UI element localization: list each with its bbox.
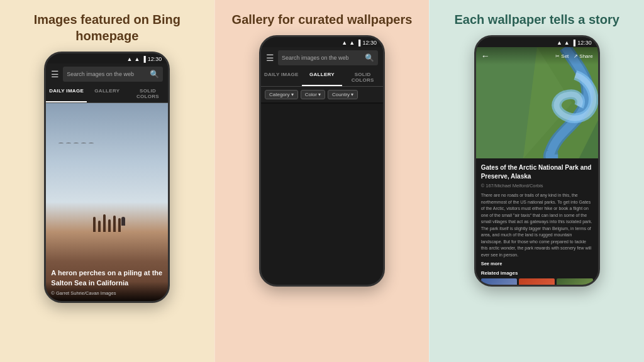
- pier-post-4: [108, 219, 111, 232]
- bird-4: [81, 143, 86, 145]
- search-bar-2[interactable]: Search images on the web 🔍: [278, 50, 378, 65]
- panel-1-title: Images featured on Bing homepage: [6, 11, 208, 44]
- status-icons-2: ▲ ▲ ▐ 12:30: [341, 40, 377, 46]
- status-bar-1: ▲ ▲ ▐ 12:30: [46, 53, 168, 63]
- search-icon-1[interactable]: 🔍: [150, 70, 159, 79]
- gallery-grid: Early snowfall near Fairbanks, Alaska © …: [261, 102, 383, 104]
- panel-2-title: Gallery for curated wallpapers: [232, 11, 413, 28]
- share-label: Share: [579, 53, 592, 59]
- pier-decoration: [93, 214, 121, 232]
- heron-decoration: [121, 217, 125, 226]
- signal-icon-3: ▲: [557, 40, 562, 46]
- tab-gallery-2[interactable]: GALLERY: [302, 69, 343, 86]
- hamburger-icon-2[interactable]: ☰: [266, 53, 274, 63]
- pier-post-3: [103, 214, 106, 232]
- daily-credit: © Garret Suhrie/Cavan Images: [51, 290, 163, 296]
- pier-post-1: [93, 217, 96, 232]
- status-bar-3: ▲ ▲ ▐ 12:30: [476, 37, 598, 47]
- share-action[interactable]: ↗ Share: [574, 53, 592, 59]
- phone-2: ▲ ▲ ▐ 12:30 ☰ Search images on the web 🔍…: [259, 35, 385, 287]
- wifi-icon-2: ▲: [349, 40, 355, 46]
- wifi-icon-3: ▲: [564, 40, 570, 46]
- wallpaper-hero: ← ✂ Set ↗ Share: [476, 47, 598, 158]
- birds-decoration: [58, 143, 94, 145]
- pier-post-6: [118, 218, 121, 232]
- search-placeholder-1: Search images on the web: [67, 71, 134, 77]
- filter-category[interactable]: Category ▾: [265, 90, 298, 99]
- bird-3: [74, 143, 79, 145]
- wifi-icon: ▲: [134, 56, 140, 62]
- related-images-grid: [481, 278, 593, 285]
- status-time-3: 12:30: [577, 40, 592, 46]
- tab-gallery-1[interactable]: GALLERY: [87, 85, 128, 102]
- related-image-2[interactable]: [519, 278, 555, 285]
- phone-1: ▲ ▲ ▐ 12:30 ☰ Search images on the web 🔍…: [44, 52, 170, 303]
- status-time-1: 12:30: [148, 56, 162, 62]
- status-bar-2: ▲ ▲ ▐ 12:30: [261, 37, 383, 47]
- filter-country[interactable]: Country ▾: [328, 90, 358, 99]
- signal-icon-2: ▲: [341, 40, 347, 46]
- wallpaper-description: There are no roads or trails of any kind…: [481, 192, 593, 258]
- status-icons-3: ▲ ▲ ▐ 12:30: [557, 40, 592, 46]
- wallpaper-info: Gates of the Arctic National Park and Pr…: [476, 158, 598, 285]
- search-bar-1[interactable]: Search images on the web 🔍: [63, 67, 163, 82]
- tabs-1: DAILY IMAGE GALLERY SOLID COLORS: [46, 85, 168, 103]
- related-image-3[interactable]: [557, 278, 592, 285]
- search-placeholder-2: Search images on the web: [282, 55, 349, 61]
- phone-3: ▲ ▲ ▐ 12:30 ←: [474, 35, 600, 287]
- wallpaper-title: Gates of the Arctic National Park and Pr…: [481, 163, 593, 181]
- see-more-link[interactable]: See more: [481, 261, 593, 266]
- battery-icon: ▐: [142, 56, 145, 62]
- battery-icon-3: ▐: [572, 40, 575, 46]
- panel-daily-image: Images featured on Bing homepage ▲ ▲ ▐ 1…: [0, 0, 214, 362]
- hamburger-icon-1[interactable]: ☰: [51, 69, 59, 79]
- related-images-title: Related images: [481, 270, 593, 276]
- pier-post-5: [113, 216, 116, 232]
- panel-wallpaper-story: Each wallpaper tells a story ▲ ▲ ▐ 12:30: [429, 0, 644, 362]
- battery-icon-2: ▐: [357, 40, 360, 46]
- tab-solid-colors-2[interactable]: SOLID COLORS: [342, 69, 383, 86]
- bird-2: [66, 143, 71, 145]
- toolbar-2: ☰ Search images on the web 🔍: [261, 47, 383, 69]
- daily-image-bg: A heron perches on a piling at the Salto…: [46, 103, 168, 301]
- toolbar-1: ☰ Search images on the web 🔍: [46, 63, 168, 85]
- tab-daily-image-1[interactable]: DAILY IMAGE: [46, 85, 87, 102]
- wallpaper-credit: © 167/Michael Melford/Corbis: [481, 183, 593, 189]
- panel-gallery: Gallery for curated wallpapers ▲ ▲ ▐ 12:…: [214, 0, 430, 362]
- wp-action-bar: ← ✂ Set ↗ Share: [476, 47, 598, 65]
- gallery-filters: Category ▾ Color ▾ Country ▾: [261, 87, 383, 102]
- daily-caption: A heron perches on a piling at the Salto…: [51, 268, 163, 288]
- daily-image-overlay: A heron perches on a piling at the Salto…: [46, 262, 168, 301]
- tabs-2: DAILY IMAGE GALLERY SOLID COLORS: [261, 69, 383, 87]
- signal-icon: ▲: [127, 56, 133, 62]
- pier-post-2: [98, 221, 101, 232]
- related-image-1[interactable]: [481, 278, 517, 285]
- panel-3-title: Each wallpaper tells a story: [455, 11, 619, 28]
- search-icon-2[interactable]: 🔍: [365, 53, 374, 62]
- set-label: Set: [561, 53, 569, 59]
- filter-color[interactable]: Color ▾: [301, 90, 325, 99]
- daily-image-content: A heron perches on a piling at the Salto…: [46, 103, 168, 301]
- status-icons-1: ▲ ▲ ▐ 12:30: [127, 56, 162, 62]
- tab-solid-colors-1[interactable]: SOLID COLORS: [128, 85, 169, 102]
- bird-5: [89, 143, 94, 145]
- bird-1: [58, 143, 64, 145]
- gallery-content: Early snowfall near Fairbanks, Alaska © …: [261, 102, 383, 285]
- back-icon[interactable]: ←: [481, 51, 490, 61]
- share-icon: ↗: [574, 53, 578, 59]
- scissors-icon: ✂: [555, 53, 560, 59]
- status-time-2: 12:30: [362, 40, 377, 46]
- wp-actions: ✂ Set ↗ Share: [555, 53, 592, 59]
- tab-daily-image-2[interactable]: DAILY IMAGE: [261, 69, 302, 86]
- set-action[interactable]: ✂ Set: [555, 53, 569, 59]
